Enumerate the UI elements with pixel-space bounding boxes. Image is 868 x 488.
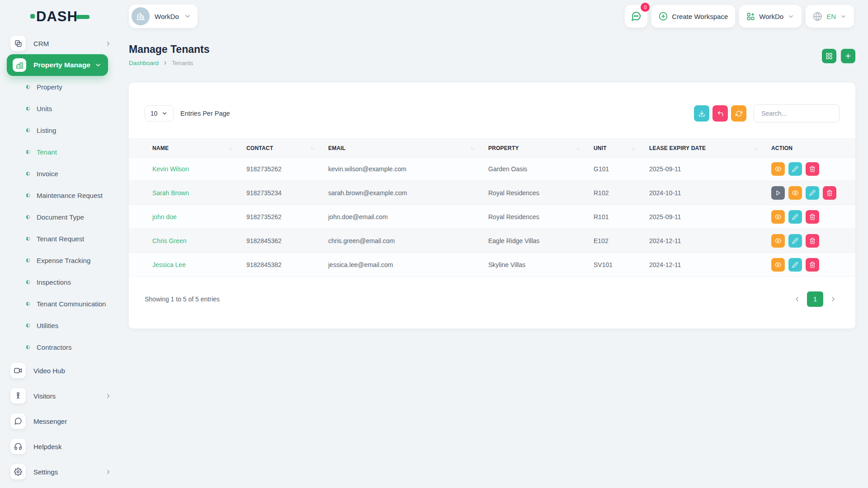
view-button[interactable] — [771, 210, 785, 224]
sidebar-item-maintenance-request[interactable]: Maintenance Request — [7, 184, 120, 206]
trash-icon — [809, 262, 816, 268]
refresh-button[interactable] — [731, 105, 746, 122]
sidebar-item-document-type[interactable]: Document Type — [7, 206, 120, 228]
name-cell: Jessica Lee — [129, 253, 239, 277]
pencil-icon — [792, 262, 798, 268]
sort-icon[interactable]: ↑↓ — [576, 145, 580, 150]
entries-per-page-select[interactable]: 10 — [145, 105, 174, 122]
sidebar-group-property-manage[interactable]: Property Manage — [7, 54, 108, 76]
view-button[interactable] — [771, 162, 785, 176]
topbar-actions: 0 Create Workspace WorkDo EN — [625, 5, 854, 28]
language-selector[interactable]: EN — [806, 5, 854, 28]
search-input[interactable] — [754, 104, 840, 122]
tenants-table: NAME↑↓CONTACT↑↓EMAIL↑↓PROPERTY↑↓UNIT↑↓LE… — [129, 139, 855, 277]
sidebar-item-label: Tenant Request — [37, 235, 84, 243]
next-page-button[interactable] — [827, 292, 840, 306]
tenant-name-link[interactable]: john doe — [152, 213, 177, 221]
table-row: Chris Green9182845362chris.green@email.c… — [129, 229, 855, 253]
delete-button[interactable] — [806, 162, 819, 176]
sort-icon[interactable]: ↑↓ — [229, 145, 232, 150]
sidebar-item-messenger[interactable]: Messenger — [7, 408, 120, 434]
chat-button[interactable]: 0 — [625, 5, 647, 28]
column-header-lease-expiry-date[interactable]: LEASE EXPIRY DATE↑↓ — [642, 139, 764, 157]
add-tenant-button[interactable] — [841, 49, 855, 63]
bullet-icon — [26, 280, 30, 284]
column-header-name[interactable]: NAME↑↓ — [129, 139, 239, 157]
export-button[interactable] — [694, 105, 709, 122]
edit-button[interactable] — [788, 258, 802, 272]
contact-cell: 9182735234 — [239, 181, 321, 205]
crm-icon — [10, 36, 26, 51]
sidebar-item-utilities[interactable]: Utilities — [7, 314, 120, 336]
sort-icon[interactable]: ↑↓ — [754, 145, 757, 150]
sidebar-item-tenant-communication[interactable]: Tenant Communication — [7, 293, 120, 314]
column-header-contact[interactable]: CONTACT↑↓ — [239, 139, 321, 157]
tenant-name-link[interactable]: Jessica Lee — [152, 261, 186, 268]
bullet-icon — [26, 324, 30, 328]
view-button[interactable] — [771, 258, 785, 272]
previous-page-button[interactable] — [791, 292, 803, 306]
sidebar-item-tenant-request[interactable]: Tenant Request — [7, 228, 120, 249]
sidebar-item-listing[interactable]: Listing — [7, 119, 120, 141]
sidebar-item-label: Contractors — [37, 343, 72, 351]
column-header-email[interactable]: EMAIL↑↓ — [321, 139, 481, 157]
action-cell — [764, 253, 855, 277]
create-workspace-button[interactable]: Create Workspace — [651, 5, 735, 28]
action-cell — [764, 229, 855, 253]
workspace-selector[interactable]: WorkDo — [129, 5, 198, 28]
edit-button[interactable] — [788, 234, 802, 248]
sidebar-item-crm[interactable]: CRM — [7, 33, 120, 54]
contact-cell: 9182735262 — [239, 157, 321, 181]
app-logo[interactable]: DASH — [0, 9, 129, 23]
delete-button[interactable] — [806, 258, 819, 272]
undo-button[interactable] — [712, 105, 728, 122]
tenant-name-link[interactable]: Sarah Brown — [152, 189, 189, 197]
sort-icon[interactable]: ↑↓ — [632, 145, 635, 150]
sidebar-item-contractors[interactable]: Contractors — [7, 336, 120, 358]
plus-circle-icon — [659, 12, 668, 21]
sidebar-item-label: Visitors — [33, 392, 56, 400]
sidebar-item-units[interactable]: Units — [7, 98, 120, 119]
tenant-name-link[interactable]: Kevin Wilson — [152, 165, 189, 173]
sidebar-item-property[interactable]: Property — [7, 76, 120, 98]
sidebar-item-visitors[interactable]: Visitors — [7, 383, 120, 408]
chat-icon — [10, 413, 26, 429]
sidebar-item-inspections[interactable]: Inspections — [7, 271, 120, 293]
view-button[interactable] — [788, 186, 802, 200]
sort-icon[interactable]: ↑↓ — [311, 145, 314, 150]
sidebar-sub-menu: PropertyUnitsListingTenantInvoiceMainten… — [7, 76, 120, 358]
workspace-name: WorkDo — [155, 13, 179, 20]
sidebar-item-label: Messenger — [33, 418, 67, 425]
email-cell: sarah.brown@example.com — [321, 181, 481, 205]
tenant-name-link[interactable]: Chris Green — [152, 237, 186, 244]
entries-per-page-value: 10 — [151, 110, 158, 117]
breadcrumb-dashboard-link[interactable]: Dashboard — [129, 60, 159, 66]
app-switcher[interactable]: WorkDo — [739, 5, 802, 28]
pencil-icon — [792, 214, 798, 220]
topbar: DASH WorkDo 0 Create Workspace WorkDo — [0, 0, 868, 33]
delete-button[interactable] — [806, 234, 819, 248]
edit-button[interactable] — [806, 186, 819, 200]
column-header-property[interactable]: PROPERTY↑↓ — [481, 139, 586, 157]
chevron-down-icon — [184, 13, 191, 20]
trash-icon — [809, 238, 816, 244]
edit-button[interactable] — [788, 162, 802, 176]
sidebar-bottom-menu: Video HubVisitorsMessengerHelpdeskSettin… — [7, 358, 120, 484]
page-number-button[interactable]: 1 — [807, 291, 823, 307]
sidebar-item-settings[interactable]: Settings — [7, 459, 120, 484]
play-button[interactable] — [771, 186, 785, 200]
sidebar-item-video-hub[interactable]: Video Hub — [7, 358, 120, 383]
grid-view-button[interactable] — [822, 49, 836, 63]
edit-button[interactable] — [788, 210, 802, 224]
column-header-unit[interactable]: UNIT↑↓ — [586, 139, 642, 157]
chevron-down-icon — [94, 61, 102, 69]
sidebar-item-helpdesk[interactable]: Helpdesk — [7, 434, 120, 459]
delete-button[interactable] — [823, 186, 836, 200]
sidebar-item-expense-tracking[interactable]: Expense Tracking — [7, 249, 120, 271]
delete-button[interactable] — [806, 210, 819, 224]
view-button[interactable] — [771, 234, 785, 248]
sidebar-item-invoice[interactable]: Invoice — [7, 163, 120, 184]
sidebar-item-tenant[interactable]: Tenant — [7, 141, 120, 163]
sort-icon[interactable]: ↑↓ — [471, 145, 474, 150]
table-header-row: NAME↑↓CONTACT↑↓EMAIL↑↓PROPERTY↑↓UNIT↑↓LE… — [129, 139, 855, 157]
